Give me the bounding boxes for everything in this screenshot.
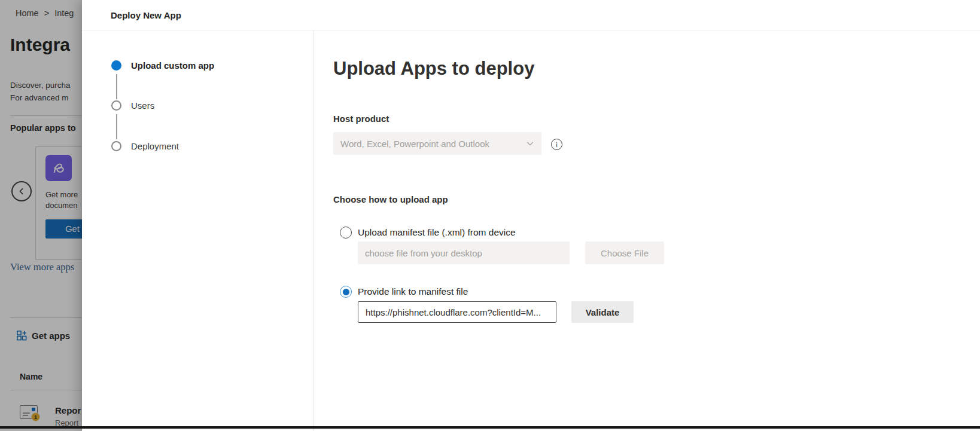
radio-selected-icon[interactable]: [340, 286, 352, 298]
step-circle-icon: [111, 141, 121, 151]
step-upload-custom-app[interactable]: Upload custom app: [111, 60, 214, 71]
panel-vertical-divider: [313, 30, 314, 431]
manifest-url-input[interactable]: [358, 301, 556, 323]
chevron-down-icon: [526, 139, 534, 148]
deploy-new-app-panel: Deploy New App Upload custom app Users D…: [82, 0, 980, 431]
dropdown-selected-value: Word, Excel, Powerpoint and Outlook: [340, 139, 489, 149]
panel-header: Deploy New App: [82, 0, 980, 30]
active-step-dot-icon: [111, 60, 121, 71]
panel-title: Deploy New App: [111, 10, 181, 20]
host-product-dropdown[interactable]: Word, Excel, Powerpoint and Outlook: [333, 132, 541, 155]
choose-file-button[interactable]: Choose File: [585, 242, 664, 264]
step-connector: [116, 74, 117, 99]
step-label: Deployment: [131, 141, 179, 151]
radio-upload-manifest-file[interactable]: Upload manifest file (.xml) from device: [340, 227, 516, 239]
radio-unselected-icon[interactable]: [340, 227, 352, 239]
step-circle-icon: [111, 100, 121, 111]
radio-upload-label: Upload manifest file (.xml) from device: [358, 227, 516, 238]
step-deployment[interactable]: Deployment: [111, 141, 179, 151]
info-icon[interactable]: i: [551, 139, 562, 150]
step-users[interactable]: Users: [111, 100, 154, 111]
screen: Home>Integ Integra Discover, purcha For …: [0, 0, 980, 431]
radio-provide-link[interactable]: Provide link to manifest file: [340, 286, 468, 298]
choose-upload-label: Choose how to upload app: [333, 194, 448, 204]
step-connector: [116, 114, 117, 139]
content-heading: Upload Apps to deploy: [333, 58, 534, 80]
step-label: Users: [131, 100, 154, 111]
manifest-file-input[interactable]: [358, 242, 570, 264]
bottom-border-bar: [0, 426, 980, 429]
validate-button[interactable]: Validate: [571, 301, 634, 323]
host-product-label: Host product: [333, 114, 389, 124]
step-label: Upload custom app: [131, 60, 214, 71]
radio-provide-link-label: Provide link to manifest file: [358, 286, 468, 297]
